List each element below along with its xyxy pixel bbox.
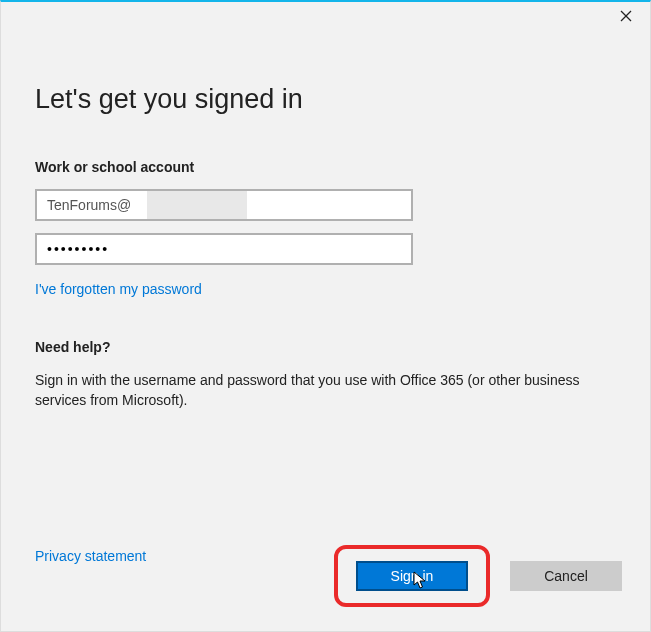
need-help-heading: Need help? <box>35 339 616 355</box>
privacy-link[interactable]: Privacy statement <box>35 548 146 564</box>
close-icon <box>620 10 632 22</box>
account-label: Work or school account <box>35 159 616 175</box>
help-text: Sign in with the username and password t… <box>35 371 595 410</box>
page-title: Let's get you signed in <box>35 84 616 115</box>
email-value: TenForums@ <box>47 197 131 213</box>
main-content: Let's get you signed in Work or school a… <box>1 30 650 410</box>
titlebar <box>1 2 650 30</box>
footer-buttons: Sign in Cancel <box>334 545 622 607</box>
forgot-password-link[interactable]: I've forgotten my password <box>35 281 202 297</box>
signin-highlight: Sign in <box>334 545 490 607</box>
signin-button[interactable]: Sign in <box>356 561 468 591</box>
password-field[interactable] <box>35 233 413 265</box>
close-button[interactable] <box>616 6 636 26</box>
cancel-button[interactable]: Cancel <box>510 561 622 591</box>
email-field[interactable]: TenForums@ <box>35 189 413 221</box>
